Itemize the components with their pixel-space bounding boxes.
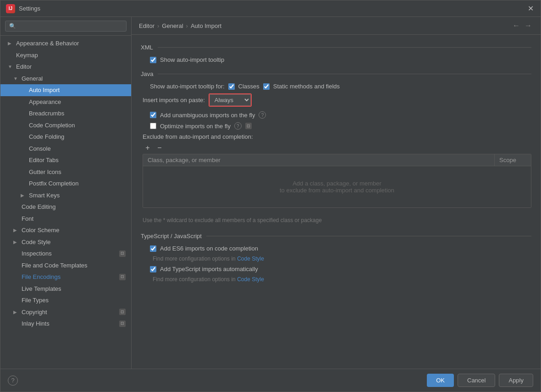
sidebar-label-live-templates: Live Templates	[22, 284, 61, 294]
find-more-ts-prefix: Find more configuration options in	[153, 276, 236, 283]
apply-button[interactable]: Apply	[499, 374, 533, 387]
sidebar-item-keymap[interactable]: Keymap	[0, 49, 131, 61]
add-unambiguous-label: Add unambiguous imports on the fly	[160, 112, 255, 119]
sidebar-item-smart-keys[interactable]: ▶ Smart Keys	[0, 190, 131, 201]
sidebar-item-gutter-icons[interactable]: Gutter Icons	[0, 166, 131, 178]
sidebar-item-console[interactable]: Console	[0, 143, 131, 155]
sidebar-item-font[interactable]: Font	[0, 213, 131, 225]
sidebar-item-copyright[interactable]: ▶ Copyright ⊡	[0, 306, 131, 318]
sidebar-label-code-folding: Code Folding	[29, 132, 64, 142]
insert-on-paste-dropdown-wrapper: Always Ask Never	[209, 93, 252, 107]
sidebar: ▶ Appearance & Behavior Keymap ▼ Editor …	[0, 17, 132, 369]
remove-exclude-button[interactable]: −	[155, 143, 165, 153]
sidebar-item-code-folding[interactable]: Code Folding	[0, 131, 131, 143]
add-unambiguous-help-icon[interactable]: ?	[259, 111, 266, 119]
sidebar-nav: ▶ Appearance & Behavior Keymap ▼ Editor …	[0, 36, 131, 369]
java-section-divider: Java	[141, 71, 531, 77]
table-header: Class, package, or member Scope	[143, 154, 531, 166]
sidebar-label-inspections: Inspections	[22, 249, 52, 258]
add-es6-checkbox[interactable]	[150, 245, 156, 252]
sidebar-item-file-code-templates[interactable]: File and Code Templates	[0, 260, 131, 272]
optimize-imports-help-icon[interactable]: ?	[234, 122, 242, 130]
xml-section-divider: XML	[141, 44, 531, 51]
wildcard-note: Use the * wildcard to exclude all member…	[141, 213, 531, 227]
sidebar-label-code-editing: Code Editing	[22, 202, 55, 212]
right-panel: Editor › General › Auto Import ← → XML	[132, 17, 541, 369]
search-input[interactable]	[5, 21, 127, 32]
sidebar-label-file-types: File Types	[22, 296, 49, 305]
sidebar-label-auto-import: Auto Import	[29, 86, 60, 95]
sidebar-label-smart-keys: Smart Keys	[29, 191, 60, 200]
sidebar-item-code-completion[interactable]: Code Completion	[0, 120, 131, 131]
sidebar-item-code-style[interactable]: ▶ Code Style	[0, 236, 131, 248]
ok-button[interactable]: OK	[427, 374, 454, 387]
inspections-badge: ⊡	[119, 250, 126, 257]
add-unambiguous-row: Add unambiguous imports on the fly ?	[141, 111, 531, 119]
bottom-left: ?	[8, 376, 18, 386]
sidebar-item-code-editing[interactable]: Code Editing	[0, 201, 131, 213]
sidebar-item-auto-import[interactable]: Auto Import	[0, 84, 131, 96]
java-static-checkbox[interactable]	[263, 83, 270, 90]
sidebar-label-code-style: Code Style	[22, 238, 51, 247]
sidebar-item-file-types[interactable]: File Types	[0, 294, 131, 306]
sidebar-item-postfix-completion[interactable]: Postfix Completion	[0, 178, 131, 190]
sidebar-item-inspections[interactable]: Inspections ⊡	[0, 248, 131, 260]
exclude-section: Exclude from auto-import and completion:…	[141, 133, 531, 208]
sidebar-label-editor: Editor	[16, 62, 32, 71]
sidebar-item-live-templates[interactable]: Live Templates	[0, 283, 131, 295]
settings-window: IJ Settings ✕ ▶ Appearance & Behavior Ke…	[0, 0, 541, 392]
close-button[interactable]: ✕	[526, 4, 535, 13]
insert-on-paste-row: Insert imports on paste: Always Ask Neve…	[141, 93, 531, 107]
sidebar-item-editor-tabs[interactable]: Editor Tabs	[0, 154, 131, 166]
java-static-label: Static methods and fields	[273, 83, 340, 90]
optimize-imports-checkbox[interactable]	[150, 123, 156, 129]
add-typescript-checkbox[interactable]	[150, 266, 156, 272]
ts-section-line	[206, 236, 531, 236]
window-title: Settings	[19, 5, 40, 12]
find-more-ts-link[interactable]: Code Style	[237, 276, 264, 283]
sidebar-label-gutter-icons: Gutter Icons	[29, 168, 61, 177]
sidebar-label-appearance: Appearance	[29, 98, 61, 107]
sidebar-item-appearance-behavior[interactable]: ▶ Appearance & Behavior	[0, 38, 131, 49]
sidebar-item-inlay-hints[interactable]: Inlay Hints ⊡	[0, 318, 131, 330]
sidebar-label-appearance-behavior: Appearance & Behavior	[16, 39, 79, 48]
sidebar-item-general[interactable]: ▼ General	[0, 73, 131, 85]
java-section-label: Java	[141, 71, 153, 77]
expand-icon-general: ▼	[13, 75, 19, 82]
table-empty-line1: Add a class, package, or member	[148, 180, 526, 187]
java-classes-checkbox[interactable]	[228, 83, 235, 90]
breadcrumb-sep-1: ›	[157, 22, 159, 29]
sidebar-item-color-scheme[interactable]: ▶ Color Scheme	[0, 224, 131, 236]
breadcrumb-back-button[interactable]: ←	[511, 21, 521, 31]
table-empty-message: Add a class, package, or member to exclu…	[143, 166, 531, 207]
sidebar-item-breadcrumbs[interactable]: Breadcrumbs	[0, 108, 131, 120]
title-bar-left: IJ Settings	[6, 4, 40, 13]
breadcrumb-nav: ← →	[511, 21, 533, 31]
help-button[interactable]: ?	[8, 376, 18, 386]
file-encodings-badge: ⊡	[119, 274, 126, 280]
sidebar-label-copyright: Copyright	[22, 308, 47, 317]
sidebar-item-appearance[interactable]: Appearance	[0, 96, 131, 108]
title-bar: IJ Settings ✕	[0, 0, 541, 17]
add-exclude-button[interactable]: +	[143, 143, 153, 153]
xml-section-label: XML	[141, 44, 153, 51]
xml-show-tooltip-checkbox[interactable]	[150, 57, 156, 63]
table-empty-line2: to exclude from auto-import and completi…	[148, 187, 526, 194]
add-typescript-row: Add TypeScript imports automatically	[141, 266, 531, 272]
optimize-imports-inline-icon[interactable]: ⊡	[245, 123, 252, 129]
find-more-es6-link[interactable]: Code Style	[237, 256, 264, 262]
search-box	[0, 17, 131, 36]
sidebar-item-editor[interactable]: ▼ Editor	[0, 61, 131, 73]
java-section-line	[158, 74, 531, 74]
add-unambiguous-checkbox[interactable]	[150, 112, 156, 118]
table-col-scope: Scope	[494, 154, 531, 166]
breadcrumb-forward-button[interactable]: →	[523, 21, 533, 31]
sidebar-item-file-encodings[interactable]: File Encodings ⊡	[0, 271, 131, 283]
exclude-label: Exclude from auto-import and completion:	[141, 133, 531, 140]
breadcrumb-sep-2: ›	[186, 22, 188, 29]
sidebar-label-code-completion: Code Completion	[29, 121, 75, 130]
bottom-bar: ? OK Cancel Apply	[0, 369, 541, 392]
cancel-button[interactable]: Cancel	[458, 374, 495, 387]
insert-on-paste-select[interactable]: Always Ask Never	[210, 94, 251, 106]
sidebar-label-breadcrumbs: Breadcrumbs	[29, 109, 64, 118]
